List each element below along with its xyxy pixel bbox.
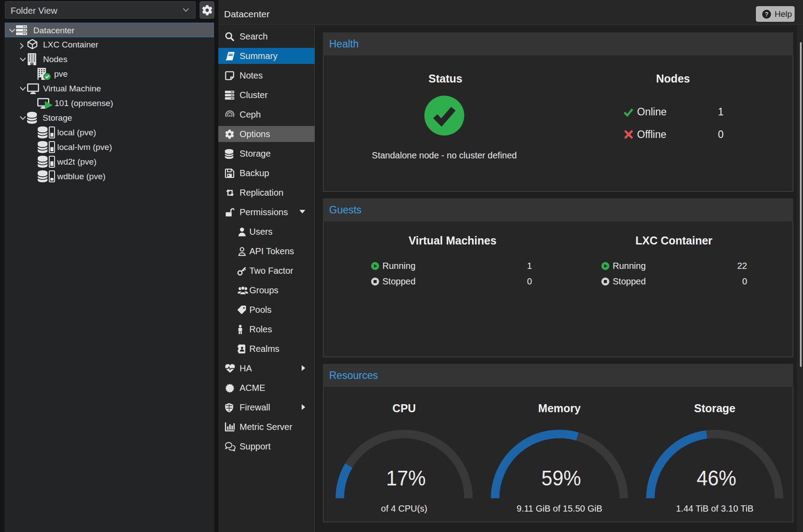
svg-text:?: ? xyxy=(765,11,769,18)
